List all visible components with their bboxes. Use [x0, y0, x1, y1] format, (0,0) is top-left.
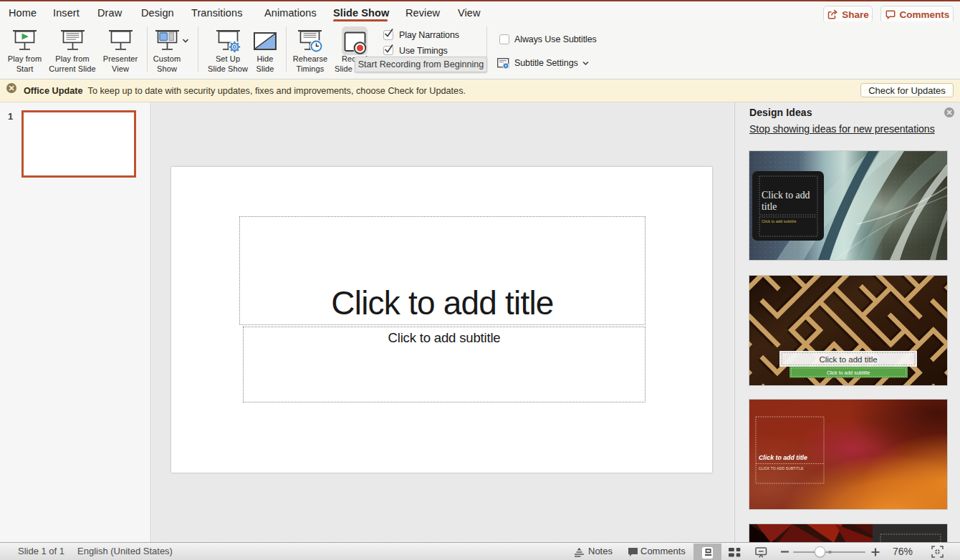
- svg-text:Click to add: Click to add: [762, 190, 810, 201]
- svg-text:Click to add title: Click to add title: [759, 454, 807, 461]
- svg-text:CLICK TO ADD SUBTITLE: CLICK TO ADD SUBTITLE: [759, 467, 804, 470]
- svg-text:Click to add subtitle: Click to add subtitle: [762, 219, 797, 223]
- svg-text:Click to add subtitle: Click to add subtitle: [827, 370, 870, 375]
- svg-text:title: title: [762, 201, 777, 212]
- svg-text:Click to add title: Click to add title: [819, 355, 877, 364]
